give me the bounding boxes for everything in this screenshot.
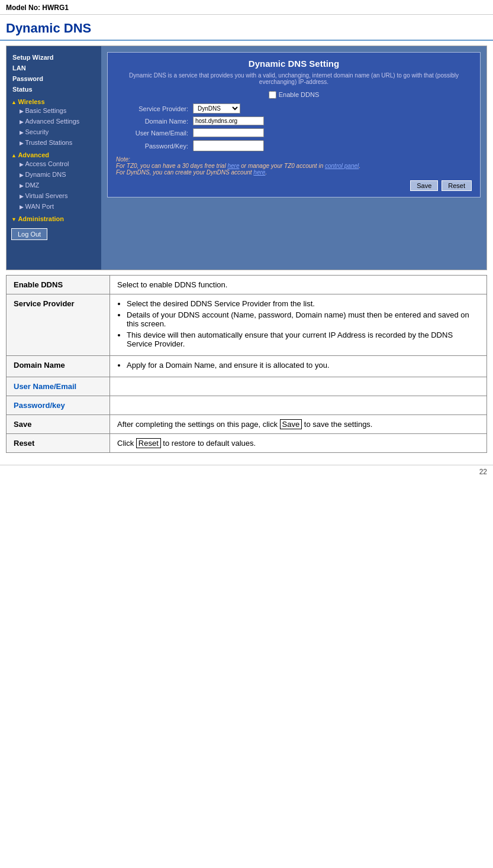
service-provider-list: Select the desired DDNS Service Provider…	[127, 299, 479, 348]
cell-enable-ddns-label: Enable DDNS	[7, 276, 110, 294]
sidebar-lan[interactable]: LAN	[11, 63, 96, 73]
domain-name-label: Domain Name:	[116, 118, 193, 125]
list-item: Select the desired DDNS Service Provider…	[127, 299, 479, 308]
cell-service-provider-label: Service Provider	[7, 294, 110, 356]
list-item: Details of your DDNS account (Name, pass…	[127, 310, 479, 328]
router-main-panel: Dynamic DNS Setting Dynamic DNS is a ser…	[101, 46, 486, 270]
control-panel-link[interactable]: control panel	[325, 163, 359, 169]
sidebar-dynamic-dns[interactable]: Dynamic DNS	[11, 169, 96, 180]
cell-enable-ddns-content: Select to enable DDNS function.	[110, 276, 487, 294]
password-input[interactable]	[193, 140, 264, 151]
table-row-reset: Reset Click Reset to restore to default …	[7, 434, 487, 453]
list-item: Apply for a Domain Name, and ensure it i…	[127, 361, 479, 370]
cell-save-content: After completing the settings on this pa…	[110, 415, 487, 434]
list-item: This device will then automatically ensu…	[127, 331, 479, 348]
sidebar-trusted-stations[interactable]: Trusted Stations	[11, 137, 96, 148]
cell-reset-label: Reset	[7, 434, 110, 453]
dyndns-link[interactable]: here	[253, 169, 265, 176]
page-number: 22	[0, 465, 493, 478]
domain-name-list: Apply for a Domain Name, and ensure it i…	[127, 361, 479, 370]
cell-password-label: Password/key	[7, 396, 110, 415]
note-box: Note: For TZ0, you can have a 30 days fr…	[116, 156, 472, 176]
username-input[interactable]	[193, 128, 264, 137]
password-row: Password/Key:	[116, 140, 472, 151]
router-screenshot: Setup Wizard LAN Password Status Wireles…	[6, 46, 487, 270]
cell-domain-name-label: Domain Name	[7, 356, 110, 377]
sidebar-security[interactable]: Security	[11, 127, 96, 137]
sidebar-advanced[interactable]: Advanced	[11, 151, 96, 158]
description-table: Enable DDNS Select to enable DDNS functi…	[6, 275, 487, 453]
form-buttons: Save Reset	[116, 180, 472, 191]
sidebar-wan-port[interactable]: WAN Port	[11, 201, 96, 212]
cell-username-content	[110, 377, 487, 396]
page-title: Dynamic DNS	[0, 15, 493, 41]
note-text: Note: For TZ0, you can have a 30 days fr…	[116, 156, 360, 176]
sidebar-wireless[interactable]: Wireless	[11, 98, 96, 105]
username-row: User Name/Email:	[116, 128, 472, 137]
service-provider-select[interactable]: DynDNS	[193, 103, 240, 114]
ddns-settings-panel: Dynamic DNS Setting Dynamic DNS is a ser…	[107, 52, 481, 197]
table-row-enable-ddns: Enable DDNS Select to enable DDNS functi…	[7, 276, 487, 294]
sidebar-administration[interactable]: Administration	[11, 215, 96, 222]
sidebar-setup-wizard[interactable]: Setup Wizard	[11, 52, 96, 63]
cell-username-label: User Name/Email	[7, 377, 110, 396]
table-row-save: Save After completing the settings on th…	[7, 415, 487, 434]
reset-inline-label: Reset	[136, 438, 161, 448]
sidebar-status[interactable]: Status	[11, 84, 96, 95]
enable-ddns-label: Enable DDNS	[279, 91, 319, 99]
logout-button[interactable]: Log Out	[11, 228, 47, 240]
sidebar-password[interactable]: Password	[11, 73, 96, 84]
domain-name-row: Domain Name:	[116, 116, 472, 125]
service-provider-label: Service Provider:	[116, 105, 193, 112]
sidebar-dmz[interactable]: DMZ	[11, 180, 96, 190]
router-sidebar: Setup Wizard LAN Password Status Wireles…	[7, 46, 101, 270]
password-label: Password/Key:	[116, 142, 193, 150]
username-label: User Name/Email:	[116, 129, 193, 137]
table-row-username: User Name/Email	[7, 377, 487, 396]
enable-ddns-checkbox[interactable]	[269, 91, 276, 99]
table-row-service-provider: Service Provider Select the desired DDNS…	[7, 294, 487, 356]
table-row-password: Password/key	[7, 396, 487, 415]
cell-reset-content: Click Reset to restore to default values…	[110, 434, 487, 453]
sidebar-virtual-servers[interactable]: Virtual Servers	[11, 190, 96, 201]
table-row-domain-name: Domain Name Apply for a Domain Name, and…	[7, 356, 487, 377]
reset-button[interactable]: Reset	[442, 180, 472, 191]
sidebar-access-control[interactable]: Access Control	[11, 158, 96, 169]
cell-password-content	[110, 396, 487, 415]
service-provider-row: Service Provider: DynDNS	[116, 103, 472, 114]
save-inline-label: Save	[280, 419, 302, 429]
ddns-form: Enable DDNS Service Provider: DynDNS Dom…	[116, 91, 472, 191]
sidebar-advanced-settings[interactable]: Advanced Settings	[11, 116, 96, 127]
sidebar-basic-settings[interactable]: Basic Settings	[11, 105, 96, 116]
model-number: Model No: HWRG1	[0, 0, 493, 15]
panel-description: Dynamic DNS is a service that provides y…	[116, 72, 472, 85]
tz0-link[interactable]: here	[227, 163, 239, 169]
domain-name-input[interactable]	[193, 116, 264, 125]
cell-domain-name-content: Apply for a Domain Name, and ensure it i…	[110, 356, 487, 377]
enable-ddns-row: Enable DDNS	[116, 91, 472, 99]
panel-title: Dynamic DNS Setting	[116, 59, 472, 69]
cell-save-label: Save	[7, 415, 110, 434]
save-button[interactable]: Save	[410, 180, 438, 191]
cell-service-provider-content: Select the desired DDNS Service Provider…	[110, 294, 487, 356]
